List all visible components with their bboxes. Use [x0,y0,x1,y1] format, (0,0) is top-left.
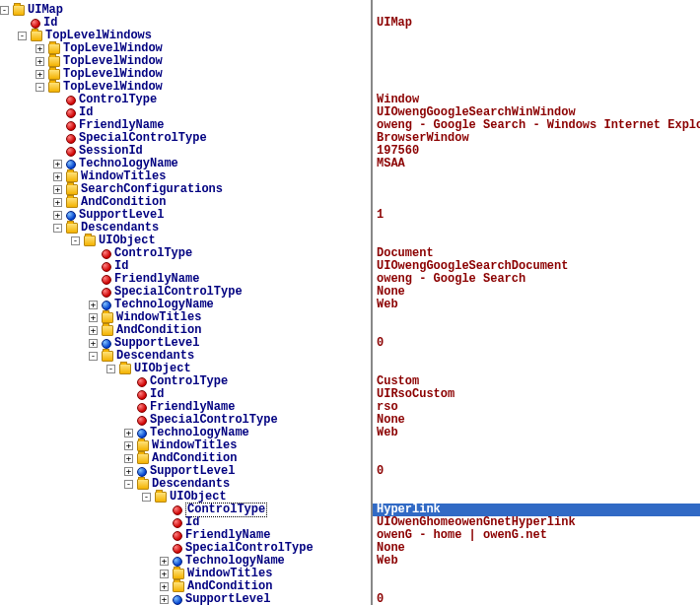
indent-spacer [18,427,35,439]
tree-row[interactable]: ControlType [0,94,371,106]
expand-icon[interactable]: + [53,160,62,168]
indent-spacer [53,363,71,375]
indent-spacer [89,363,106,375]
indent-spacer [18,478,35,491]
indent-spacer [89,593,106,605]
collapse-icon[interactable]: - [35,83,44,92]
tree-row[interactable]: +SearchConfigurations [0,183,371,196]
indent-spacer [71,439,89,452]
property-icon [137,416,147,426]
expand-icon[interactable]: + [160,570,169,578]
value-cell: None [373,542,700,555]
indent-spacer [106,439,124,452]
collapse-icon[interactable]: - [142,493,151,502]
tree-row[interactable]: +WindowTitles [0,568,371,580]
expand-icon[interactable]: + [35,57,44,66]
indent-spacer [71,337,89,350]
tree-row[interactable]: +AndCondition [0,196,371,209]
indent-spacer [0,183,18,196]
indent-spacer [71,414,89,427]
indent-spacer [18,414,35,427]
indent-spacer [0,55,18,68]
tree-row[interactable]: +SupportLevel [0,593,371,605]
indent-spacer [0,555,18,568]
tree-row[interactable]: SpecialControlType [0,132,371,145]
indent-spacer [35,145,53,158]
expand-icon[interactable]: + [160,582,169,591]
expand-icon[interactable]: + [124,429,133,437]
indent-spacer [71,350,89,363]
indent-spacer [35,593,53,605]
indent-spacer [35,247,53,260]
indent-spacer [18,491,35,504]
indent-spacer [142,593,160,605]
indent-spacer [53,337,71,350]
indent-spacer [53,388,71,401]
tree-row[interactable]: Id [0,106,371,119]
tree-row[interactable]: SessionId [0,145,371,158]
value-cell [373,196,700,209]
indent-spacer [53,350,71,363]
folder-icon [173,581,184,592]
folder-icon [84,235,96,246]
tree-row[interactable]: -TopLevelWindow [0,81,371,94]
tree-row[interactable]: +TechnologyName [0,555,371,568]
collapse-icon[interactable]: - [124,480,133,489]
expand-icon[interactable]: + [89,326,98,335]
value-cell: 197560 [373,145,700,158]
collapse-icon[interactable]: - [0,6,9,15]
indent-spacer [0,94,18,106]
tree-row[interactable]: ControlType [0,375,371,388]
expand-icon[interactable]: + [53,211,62,220]
reference-icon [173,595,182,605]
indent-spacer [18,170,35,183]
indent-spacer [124,529,142,542]
indent-spacer [0,222,18,235]
indent-spacer [35,363,53,375]
value-cell: None [373,286,700,299]
collapse-icon[interactable]: - [89,352,98,361]
indent-spacer [106,491,124,504]
indent-spacer [35,414,53,427]
tree-row[interactable]: -Descendants [0,222,371,235]
expand-icon[interactable]: + [124,441,133,450]
indent-spacer [53,375,71,388]
collapse-icon[interactable]: - [71,236,80,245]
collapse-icon[interactable]: - [106,365,115,373]
node-label[interactable]: SupportLevel [185,593,270,605]
indent-spacer [106,568,124,580]
expand-icon[interactable]: + [35,70,44,79]
collapse-icon[interactable]: - [18,32,27,40]
indent-spacer [18,132,35,145]
tree-row[interactable]: ControlType [0,247,371,260]
expand-icon[interactable]: + [160,595,169,604]
expand-icon[interactable]: + [124,454,133,463]
reference-icon [66,160,76,169]
indent-spacer [0,247,18,260]
expand-icon[interactable]: + [89,313,98,322]
expand-icon[interactable]: + [35,44,44,53]
indent-spacer [18,235,35,247]
expand-icon[interactable]: + [89,301,98,309]
tree-row[interactable]: +TechnologyName [0,158,371,170]
value-cell: rso [373,401,700,414]
indent-spacer [89,465,106,478]
expand-icon[interactable]: + [53,198,62,207]
indent-spacer [18,55,35,68]
collapse-icon[interactable]: - [53,224,62,233]
tree-panel: -UIMapId-TopLevelWindows+TopLevelWindow+… [0,0,373,605]
indent-spacer [35,542,53,555]
indent-spacer [18,286,35,299]
indent-spacer [35,452,53,465]
value-cell [373,452,700,465]
expand-icon[interactable]: + [124,467,133,476]
tree-row[interactable]: +SupportLevel [0,209,371,222]
indent-spacer [53,439,71,452]
expand-icon[interactable]: + [53,185,62,194]
indent-spacer [53,478,71,491]
indent-spacer [0,427,18,439]
expand-icon[interactable]: + [160,557,169,566]
indent-spacer [53,299,71,311]
expand-icon[interactable]: + [53,172,62,181]
expand-icon[interactable]: + [89,339,98,348]
